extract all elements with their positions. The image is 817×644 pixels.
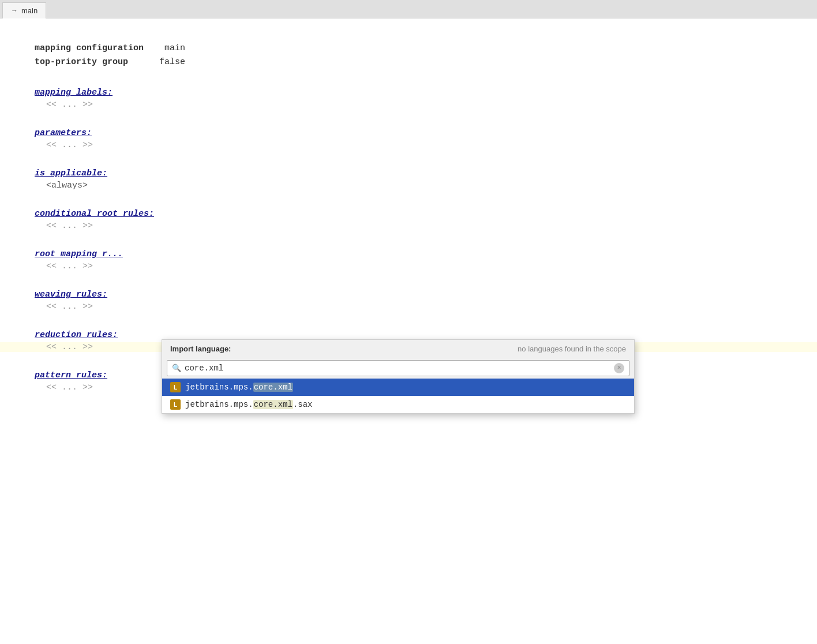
result-match-highlight-1: core.xml xyxy=(253,383,293,392)
section-conditional-root-rules: conditional root rules: << ... >> xyxy=(35,209,782,231)
search-input[interactable] xyxy=(185,364,610,373)
popup-header: Import language: no languages found in t… xyxy=(162,340,634,358)
config-key-2: top-priority group xyxy=(35,57,128,67)
section-label-root-mapping-rules[interactable]: root mapping r... xyxy=(35,249,123,259)
config-line-1: mapping configuration main xyxy=(35,42,782,55)
section-content-weaving-rules: << ... >> xyxy=(46,302,782,312)
section-label-parameters[interactable]: parameters: xyxy=(35,128,92,138)
section-content-is-applicable: <always> xyxy=(46,181,782,190)
section-label-pattern-rules[interactable]: pattern rules: xyxy=(35,370,107,380)
section-label-conditional-root-rules[interactable]: conditional root rules: xyxy=(35,209,154,219)
section-label-mapping-labels[interactable]: mapping labels: xyxy=(35,88,113,98)
result-item-2[interactable]: L jetbrains.mps.core.xml.sax xyxy=(162,396,634,413)
result-text-1: jetbrains.mps.core.xml xyxy=(185,383,293,392)
result-match-highlight-2: core.xml xyxy=(253,400,293,409)
section-label-weaving-rules[interactable]: weaving rules: xyxy=(35,290,107,299)
tab-arrow-icon: → xyxy=(11,6,18,14)
section-content-root-mapping-rules: << ... >> xyxy=(46,261,782,271)
popup-search-row: 🔍 × xyxy=(162,358,634,379)
result-item-1[interactable]: L jetbrains.mps.core.xml xyxy=(162,379,634,396)
tab-label: main xyxy=(21,6,38,15)
tab-bar: → main xyxy=(0,0,817,18)
popup-results-list: L jetbrains.mps.core.xml L jetbrains.mps… xyxy=(162,379,634,413)
config-val-2: false xyxy=(159,57,185,67)
import-language-popup: Import language: no languages found in t… xyxy=(162,339,635,414)
section-label-is-applicable[interactable]: is applicable: xyxy=(35,169,107,178)
result-icon-2: L xyxy=(170,399,181,410)
section-content-parameters: << ... >> xyxy=(46,140,782,150)
section-label-reduction-rules[interactable]: reduction rules: xyxy=(35,330,118,340)
config-spacer-2 xyxy=(133,57,154,67)
config-spacer-1 xyxy=(149,43,159,53)
tab-main[interactable]: → main xyxy=(2,2,46,18)
result-icon-1: L xyxy=(170,382,181,392)
section-content-mapping-labels: << ... >> xyxy=(46,100,782,110)
popup-search-box: 🔍 × xyxy=(167,360,629,376)
result-text-2: jetbrains.mps.core.xml.sax xyxy=(185,400,312,409)
section-is-applicable: is applicable: <always> xyxy=(35,169,782,190)
config-val-1: main xyxy=(164,43,185,53)
popup-header-note: no languages found in the scope xyxy=(518,345,626,353)
config-line-2: top-priority group false xyxy=(35,55,782,69)
section-weaving-rules: weaving rules: << ... >> xyxy=(35,290,782,312)
section-root-mapping-rules: root mapping r... << ... >> xyxy=(35,249,782,271)
clear-search-button[interactable]: × xyxy=(614,363,624,373)
popup-header-label: Import language: xyxy=(170,345,231,353)
config-key-1: mapping configuration xyxy=(35,43,144,53)
section-mapping-labels: mapping labels: << ... >> xyxy=(35,88,782,110)
section-content-conditional-root-rules: << ... >> xyxy=(46,221,782,231)
section-parameters: parameters: << ... >> xyxy=(35,128,782,150)
search-icon: 🔍 xyxy=(172,364,181,373)
editor-area: mapping configuration main top-priority … xyxy=(0,18,817,644)
